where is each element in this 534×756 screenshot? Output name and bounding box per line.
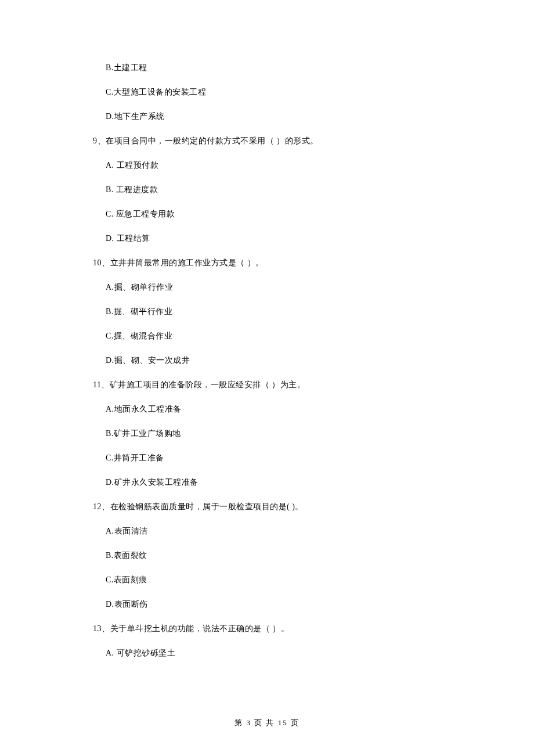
option-text: D.地下生产系统	[106, 113, 464, 121]
option-text: A.地面永久工程准备	[106, 405, 464, 413]
option-text: A. 工程预付款	[106, 161, 464, 170]
question-11: 11、矿井施工项目的准备阶段，一般应经安排（ ）为主。 A.地面永久工程准备 B…	[93, 381, 464, 487]
option-text: A.表面清洁	[106, 527, 464, 535]
option-text: C.掘、砌混合作业	[106, 332, 464, 340]
option-text: B.表面裂纹	[106, 552, 464, 560]
page-footer: 第 3 页 共 15 页	[0, 718, 534, 728]
option-text: D.掘、砌、安一次成井	[106, 357, 464, 365]
option-text: B.土建工程	[106, 64, 464, 72]
question-stem: 10、立井井筒最常用的施工作业方式是（ ）。	[93, 259, 464, 267]
option-text: C.大型施工设备的安装工程	[106, 88, 464, 96]
question-stem: 12、在检验钢筋表面质量时，属于一般检查项目的是( )。	[93, 503, 464, 511]
question-stem: 9、在项目合同中，一般约定的付款方式不采用（ ）的形式。	[93, 137, 464, 145]
question-stem: 13、关于单斗挖土机的功能，说法不正确的是（ ）。	[93, 625, 464, 633]
option-text: C. 应急工程专用款	[106, 210, 464, 218]
question-12: 12、在检验钢筋表面质量时，属于一般检查项目的是( )。 A.表面清洁 B.表面…	[93, 503, 464, 609]
option-text: B. 工程进度款	[106, 186, 464, 194]
question-13: 13、关于单斗挖土机的功能，说法不正确的是（ ）。 A. 可铲挖砂砾坚土	[93, 625, 464, 657]
option-text: D. 工程结算	[106, 235, 464, 243]
option-text: B.掘、砌平行作业	[106, 308, 464, 316]
option-text: C.井筒开工准备	[106, 454, 464, 462]
option-text: D.矿井永久安装工程准备	[106, 478, 464, 487]
document-body: B.土建工程 C.大型施工设备的安装工程 D.地下生产系统 9、在项目合同中，一…	[93, 64, 464, 674]
option-text: B.矿井工业广场购地	[106, 430, 464, 438]
option-text: A. 可铲挖砂砾坚土	[106, 649, 464, 657]
question-9: 9、在项目合同中，一般约定的付款方式不采用（ ）的形式。 A. 工程预付款 B.…	[93, 137, 464, 243]
question-stem: 11、矿井施工项目的准备阶段，一般应经安排（ ）为主。	[93, 381, 464, 389]
option-text: C.表面刻痕	[106, 576, 464, 584]
previous-question-options: B.土建工程 C.大型施工设备的安装工程 D.地下生产系统	[93, 64, 464, 121]
question-10: 10、立井井筒最常用的施工作业方式是（ ）。 A.掘、砌单行作业 B.掘、砌平行…	[93, 259, 464, 365]
option-text: A.掘、砌单行作业	[106, 283, 464, 291]
option-text: D.表面断伤	[106, 600, 464, 609]
